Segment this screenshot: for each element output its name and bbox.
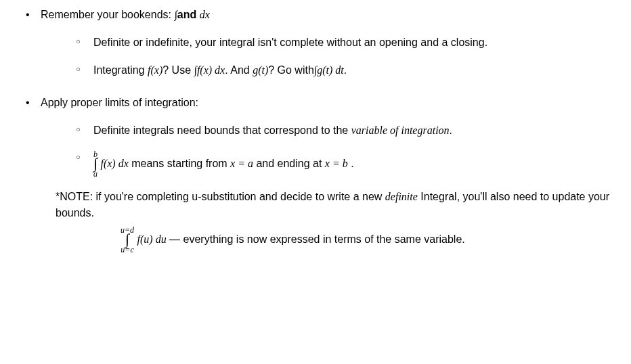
text: and ending at (253, 158, 325, 169)
note-block: *NOTE: if you're completing u-substituti… (41, 189, 617, 254)
bold-and: and (177, 9, 200, 20)
item-limits: Apply proper limits of integration: Defi… (26, 95, 617, 254)
main-list: Remember your bookends: ∫and dx Definite… (14, 7, 617, 254)
bookends-title: Remember your bookends: ∫and dx (41, 9, 210, 20)
sub-item: b ∫ a f(x) dx means starting from x = a … (76, 150, 617, 178)
math-xa: x = a (230, 158, 253, 169)
math-fxdx: f(x) dx (100, 158, 128, 169)
text: means starting from (129, 158, 230, 169)
text: Integrating (93, 64, 148, 76)
math-xb: x = b (325, 158, 348, 169)
lower-bound: a (93, 170, 97, 178)
text: . (450, 124, 452, 136)
integral-with-bounds: b ∫ a (93, 150, 97, 178)
text: Definite integrals need bounds that corr… (93, 124, 351, 136)
note-text: everything is now expressed in terms of … (183, 233, 465, 245)
math-fx: f(x) (148, 64, 162, 76)
text: Remember your bookends: (41, 9, 174, 20)
text: Definite or indefinite, your integral is… (93, 37, 487, 48)
note-text: *NOTE: if you're completing u-substituti… (56, 191, 385, 202)
italic-var-of-integration: variable of integration (351, 124, 450, 136)
text: . (348, 158, 354, 169)
math-int-gt: ∫g(t) dt (314, 64, 344, 76)
sub-item: Definite integrals need bounds that corr… (76, 122, 617, 139)
text: . (344, 64, 347, 76)
text: ? Use (162, 64, 194, 76)
dx-text: dx (200, 9, 210, 20)
item-bookends: Remember your bookends: ∫and dx Definite… (26, 7, 617, 78)
math-int-fx: ∫f(x) dx (194, 64, 225, 76)
note-equation-line: u=d ∫ u=c f(u) du — everything is now ex… (56, 226, 617, 254)
italic-definite: definite (385, 191, 418, 202)
sub-item: Integrating f(x)? Use ∫f(x) dx. And g(t)… (76, 62, 617, 79)
lower-bound: u=c (121, 246, 133, 254)
text: . And (225, 64, 253, 76)
integral-with-u-bounds: u=d ∫ u=c (121, 226, 134, 254)
math-gt: g(t) (253, 64, 268, 76)
text: ? Go with (268, 64, 314, 76)
limits-sublist: Definite integrals need bounds that corr… (41, 122, 617, 177)
bookends-sublist: Definite or indefinite, your integral is… (41, 35, 617, 79)
integral-symbol: ∫ (93, 158, 97, 170)
dash: — (167, 233, 183, 245)
math-fudu: f(u) du (137, 233, 167, 245)
sub-item: Definite or indefinite, your integral is… (76, 35, 617, 51)
limits-title: Apply proper limits of integration: (41, 97, 198, 108)
